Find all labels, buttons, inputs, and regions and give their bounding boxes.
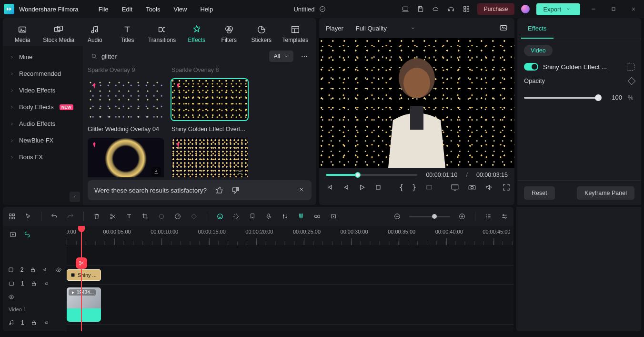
tab-titles[interactable]: Titles [113,22,141,45]
lock-icon[interactable] [30,280,38,287]
seek-knob[interactable] [355,172,361,178]
mute-icon[interactable] [43,319,51,327]
play-backward-icon[interactable] [342,183,350,192]
menu-edit[interactable]: Edit [115,4,139,15]
effect-thumb-glitter-wedding-04[interactable] [88,79,164,120]
opacity-knob[interactable] [595,94,602,101]
keyframe-icon[interactable] [190,212,198,221]
timeline-ruler[interactable]: 00:0000:00:05:0000:00:10:0000:00:15:0000… [67,226,513,245]
zoom-slider[interactable] [409,216,450,217]
effect-toggle[interactable] [524,63,538,71]
sidebar-item-recommended[interactable]: Recommended [3,65,83,82]
save-icon[interactable] [416,5,425,13]
mute-icon[interactable] [42,266,49,274]
add-track-icon[interactable] [9,230,17,239]
stop-icon[interactable] [374,183,382,192]
list-view-icon[interactable] [484,212,493,221]
color-icon[interactable] [157,212,166,221]
track-area[interactable]: 00:0000:00:05:0000:00:10:0000:00:15:0000… [67,226,513,331]
effect-thumb-shiny-golden[interactable] [171,79,248,120]
tab-filters[interactable]: Filters [215,22,243,45]
clip-effect[interactable]: Shiny ... [67,269,101,281]
fullscreen-icon[interactable] [502,183,511,192]
settings-icon[interactable] [500,212,509,221]
device-icon[interactable] [401,5,410,13]
menu-help[interactable]: Help [193,4,220,15]
more-options-button[interactable] [298,50,311,62]
lock-icon[interactable] [30,319,38,327]
reset-effect-icon[interactable] [627,63,634,71]
keyframe-diamond-icon[interactable] [628,77,636,85]
tab-stickers[interactable]: Stickers [248,22,275,45]
close-button[interactable] [627,2,640,16]
reset-button[interactable]: Reset [524,186,555,200]
clip-video[interactable]: 19434... [67,287,101,322]
close-icon[interactable] [298,186,305,194]
headphones-icon[interactable] [447,5,455,13]
menu-tools[interactable]: Tools [139,4,167,15]
track-lane-audio[interactable] [67,324,513,331]
account-avatar[interactable] [521,5,530,13]
mute-icon[interactable] [43,280,51,287]
marker-icon[interactable] [248,212,257,221]
sidebar-item-body-effects[interactable]: Body EffectsNEW [3,99,83,115]
lock-icon[interactable] [30,266,37,274]
play-icon[interactable] [358,183,366,192]
apps-icon[interactable] [462,5,471,13]
audio-mix-icon[interactable] [281,212,289,221]
eye-icon[interactable] [8,293,15,301]
link-tracks-icon[interactable] [23,230,31,239]
menu-file[interactable]: File [92,4,115,15]
prev-frame-icon[interactable] [326,183,333,192]
thumbs-down-icon[interactable] [231,186,239,194]
opacity-value[interactable]: 100 [604,94,622,101]
effect-thumb-ring[interactable] [88,138,164,177]
quality-dropdown[interactable]: Full Quality [353,23,418,34]
track-lane-video[interactable]: 19434... [67,284,513,324]
ratio-icon[interactable] [425,183,433,192]
split-at-playhead-icon[interactable] [76,257,87,269]
keyframe-panel-button[interactable]: Keyframe Panel [577,186,634,200]
ai-icon[interactable] [216,212,224,221]
menu-view[interactable]: View [167,4,193,15]
redo-icon[interactable] [66,212,75,221]
zoom-out-icon[interactable] [393,212,402,221]
mark-out-icon[interactable]: } [412,183,416,192]
sidebar-item-mine[interactable]: Mine [3,49,83,65]
track-manager-icon[interactable] [8,212,16,221]
sidebar-item-audio-effects[interactable]: Audio Effects [3,115,83,132]
render-icon[interactable] [329,212,338,221]
tab-effects[interactable]: Effects [183,22,211,45]
camera-icon[interactable] [468,183,476,192]
thumbs-up-icon[interactable] [215,186,224,194]
seek-bar[interactable] [326,174,417,176]
crop-icon[interactable] [141,212,150,221]
zoom-knob[interactable] [432,214,437,219]
zoom-in-icon[interactable] [458,212,466,221]
download-icon[interactable] [235,167,245,176]
volume-icon[interactable] [485,183,493,192]
minimize-button[interactable] [587,2,600,16]
preview-viewport[interactable] [319,38,514,168]
display-icon[interactable] [451,183,459,192]
purchase-button[interactable]: Purchase [477,3,515,15]
tab-effects[interactable]: Effects [521,20,553,39]
collapse-sidebar-button[interactable] [70,192,80,202]
opacity-slider[interactable] [524,97,598,99]
link-icon[interactable] [313,212,322,221]
download-icon[interactable] [151,167,161,176]
sidebar-item-newblue-fx[interactable]: NewBlue FX [3,132,83,149]
maximize-button[interactable] [607,2,620,16]
eye-icon[interactable] [55,266,62,274]
tab-audio[interactable]: Audio [81,22,109,45]
mic-icon[interactable] [264,212,273,221]
sidebar-item-boris-fx[interactable]: Boris FX [3,149,83,165]
tab-templates[interactable]: Templates [280,22,311,45]
undo-icon[interactable] [50,212,59,221]
cloud-sync-icon[interactable] [318,5,327,13]
tab-media[interactable]: Media [9,22,36,45]
video-pill[interactable]: Video [524,45,553,56]
effect-thumb-spread[interactable] [171,138,248,177]
delete-icon[interactable] [92,212,101,221]
track-lane-fx[interactable]: Shiny ... [67,265,513,284]
